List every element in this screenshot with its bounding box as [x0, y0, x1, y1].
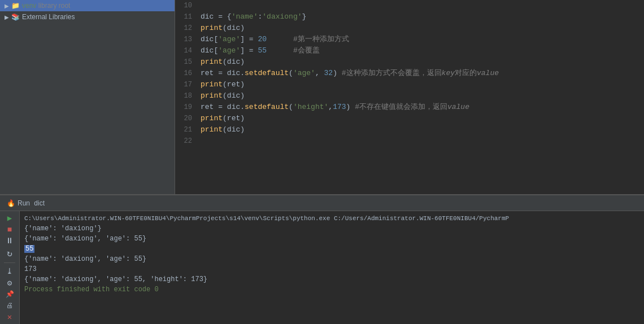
toolbar-divider: [4, 262, 15, 263]
line-content: dic = {'name':'daxiong'}: [198, 11, 644, 23]
folder-icon: 📁: [11, 2, 20, 10]
stop-button[interactable]: ■: [3, 225, 16, 234]
rerun-button[interactable]: ↻: [3, 248, 16, 259]
line-content: dic['age'] = 55 #会覆盖: [198, 45, 644, 56]
line-number: 16: [175, 68, 198, 79]
list-item: {'name': 'daxiong', 'age': 55}: [24, 254, 639, 264]
code-editor[interactable]: 10 11 dic = {'name':'daxiong'} 12 print(…: [175, 0, 644, 194]
list-item: {'name': 'daxiong', 'age': 55}: [24, 234, 639, 244]
line-content: print(ret): [198, 79, 644, 90]
table-row: 19 ret = dic.setdefault('height',173) #不…: [175, 102, 644, 113]
pin-button[interactable]: 📌: [3, 290, 16, 299]
line-number: 12: [175, 23, 198, 34]
sidebar-item-external-libraries[interactable]: ▶ 📚 External Libraries: [0, 11, 175, 23]
table-row: 16 ret = dic.setdefault('age', 32) #这种添加…: [175, 68, 644, 79]
run-output[interactable]: C:\Users\Administrator.WIN-60TFE0NIBU4\P…: [20, 211, 644, 324]
table-row: 21 print(dic): [175, 124, 644, 135]
play-button[interactable]: ▶: [3, 213, 16, 223]
list-item: {'name': 'daxiong'}: [24, 224, 639, 234]
line-number: 10: [175, 0, 198, 11]
line-number: 19: [175, 102, 198, 113]
table-row: 22: [175, 135, 644, 147]
line-number: 21: [175, 124, 198, 135]
list-item: 55: [24, 244, 639, 254]
ext-lib-arrow: ▶: [5, 14, 9, 20]
line-content: print(dic): [198, 56, 644, 68]
main-area: ▶ 📁 venv library root ▶ 📚 External Libra…: [0, 0, 644, 194]
line-number: 11: [175, 11, 198, 23]
table-row: 10: [175, 0, 644, 11]
table-row: 11 dic = {'name':'daxiong'}: [175, 11, 644, 23]
line-number: 15: [175, 56, 198, 68]
code-lines: 10 11 dic = {'name':'daxiong'} 12 print(…: [175, 0, 644, 147]
print-button[interactable]: 🖨: [3, 301, 16, 310]
line-number: 18: [175, 90, 198, 102]
line-content: print(dic): [198, 124, 644, 135]
venv-arrow: ▶: [5, 3, 9, 9]
run-tab[interactable]: 🔥 Run dict: [2, 195, 49, 211]
line-content: print(ret): [198, 113, 644, 124]
run-tab-name: dict: [32, 199, 45, 207]
line-number: 17: [175, 79, 198, 90]
table-row: 13 dic['age'] = 20 #第一种添加方式: [175, 34, 644, 45]
settings-button[interactable]: ⚙: [3, 278, 16, 288]
line-content: ret = dic.setdefault('age', 32) #这种添加方式不…: [198, 68, 644, 79]
bottom-panel: 🔥 Run dict ▶ ■ ⏸ ↻ ⤓ ⚙ 📌 🖨 ✕ C:\Users\Ad…: [0, 194, 644, 324]
line-content: dic['age'] = 20 #第一种添加方式: [198, 34, 644, 45]
table-row: 15 print(dic): [175, 56, 644, 68]
list-item: C:\Users\Administrator.WIN-60TFE0NIBU4\P…: [24, 213, 639, 224]
ext-lib-label: External Libraries: [22, 13, 75, 21]
table-row: 12 print(dic): [175, 23, 644, 34]
table-row: 14 dic['age'] = 55 #会覆盖: [175, 45, 644, 56]
line-content: print(dic): [198, 90, 644, 102]
sidebar-item-venv[interactable]: ▶ 📁 venv library root: [0, 0, 175, 11]
library-icon: 📚: [11, 13, 20, 21]
line-content: ret = dic.setdefault('height',173) #不存在键…: [198, 102, 644, 113]
table-row: 18 print(dic): [175, 90, 644, 102]
list-item: 173: [24, 264, 639, 274]
list-item: {'name': 'daxiong', 'age': 55, 'height':…: [24, 274, 639, 284]
sidebar-spacer: [0, 23, 175, 194]
line-number: 14: [175, 45, 198, 56]
line-number: 20: [175, 113, 198, 124]
table-row: 20 print(ret): [175, 113, 644, 124]
line-content: print(dic): [198, 23, 644, 34]
run-tab-bar: 🔥 Run dict: [0, 195, 644, 211]
sidebar: ▶ 📁 venv library root ▶ 📚 External Libra…: [0, 0, 175, 194]
line-number: 13: [175, 34, 198, 45]
run-toolbar: ▶ ■ ⏸ ↻ ⤓ ⚙ 📌 🖨 ✕: [0, 211, 20, 324]
run-tab-label: Run: [18, 199, 30, 207]
pause-button[interactable]: ⏸: [3, 237, 16, 246]
run-tab-icon: 🔥: [7, 199, 15, 207]
table-row: 17 print(ret): [175, 79, 644, 90]
process-finished-line: Process finished with exit code 0: [24, 284, 639, 295]
close-button[interactable]: ✕: [3, 312, 16, 322]
venv-label: venv library root: [22, 2, 70, 10]
line-number: 22: [175, 135, 198, 147]
run-content-area: ▶ ■ ⏸ ↻ ⤓ ⚙ 📌 🖨 ✕ C:\Users\Administrator…: [0, 211, 644, 324]
scroll-end-button[interactable]: ⤓: [3, 266, 16, 276]
